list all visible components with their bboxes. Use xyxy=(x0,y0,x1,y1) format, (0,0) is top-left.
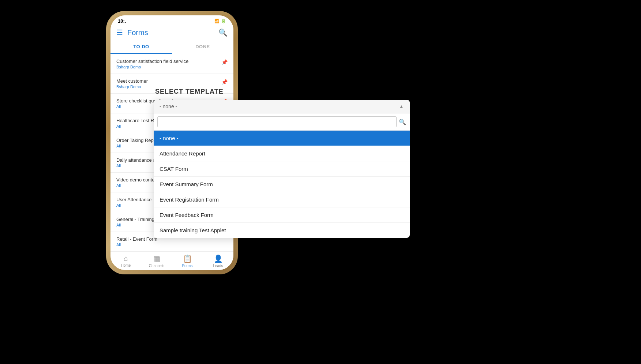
pin-icon: 📌 xyxy=(221,79,228,85)
dropdown-option-sample-training[interactable]: Sample training Test Applet xyxy=(154,223,410,238)
status-time: 10:. xyxy=(118,18,126,24)
nav-item-leads[interactable]: 👤 Leads xyxy=(203,254,233,268)
dropdown-selected-value: - none - xyxy=(160,104,177,109)
dropdown-search-input[interactable] xyxy=(157,116,397,127)
status-icons: 📶 🔋 xyxy=(214,19,226,23)
dropdown-option-event-summary[interactable]: Event Summary Form xyxy=(154,177,410,192)
dropdown-option-none[interactable]: - none - xyxy=(154,131,410,146)
tabs-bar: TO DO DONE xyxy=(110,40,233,54)
tab-done[interactable]: DONE xyxy=(172,40,233,54)
home-icon: ⌂ xyxy=(124,254,128,263)
dropdown-option-event-feedback[interactable]: Event Feedback Form xyxy=(154,207,410,223)
nav-label-leads: Leads xyxy=(213,264,223,268)
dropdown-option-csat-form[interactable]: CSAT Form xyxy=(154,161,410,177)
app-title: Forms xyxy=(127,29,148,37)
search-icon[interactable]: 🔍 xyxy=(218,28,228,37)
dropdown-header[interactable]: - none - ▲ xyxy=(154,100,410,113)
list-item[interactable]: Customer satisfaction field service Bsha… xyxy=(110,54,233,74)
forms-icon: 📋 xyxy=(183,254,192,263)
leads-icon: 👤 xyxy=(214,254,223,263)
dropdown-search-button[interactable]: 🔍 xyxy=(399,119,406,125)
app-header: ☰ Forms 🔍 xyxy=(110,25,233,40)
tab-todo[interactable]: TO DO xyxy=(110,40,172,54)
nav-label-forms: Forms xyxy=(182,264,192,268)
header-left: ☰ Forms xyxy=(116,28,148,37)
signal-icon: 📶 xyxy=(214,19,220,23)
dropdown-option-event-registration[interactable]: Event Registration Form xyxy=(154,192,410,207)
bottom-nav: ⌂ Home ▦ Channels 📋 Forms 👤 Leads xyxy=(110,252,233,270)
hamburger-icon[interactable]: ☰ xyxy=(116,28,123,37)
nav-label-channels: Channels xyxy=(149,264,164,268)
scroll-up-arrow: ▲ xyxy=(399,104,404,109)
status-bar: 10:. 📶 🔋 xyxy=(110,15,233,25)
select-template-heading: SELECT TEMPLATE xyxy=(154,88,410,95)
select-template-popup: SELECT TEMPLATE - none - ▲ 🔍 - none - At… xyxy=(154,88,410,238)
battery-icon: 🔋 xyxy=(221,19,226,23)
pin-icon: 📌 xyxy=(221,59,228,65)
channels-icon: ▦ xyxy=(153,254,160,263)
nav-item-channels[interactable]: ▦ Channels xyxy=(141,254,172,268)
nav-item-home[interactable]: ⌂ Home xyxy=(110,254,141,268)
dropdown-search-row: 🔍 xyxy=(154,113,410,131)
template-dropdown: - none - ▲ 🔍 - none - Attendance Report … xyxy=(154,100,410,238)
nav-item-forms[interactable]: 📋 Forms xyxy=(172,254,203,268)
nav-label-home: Home xyxy=(121,263,131,267)
dropdown-option-attendance-report[interactable]: Attendance Report xyxy=(154,146,410,161)
